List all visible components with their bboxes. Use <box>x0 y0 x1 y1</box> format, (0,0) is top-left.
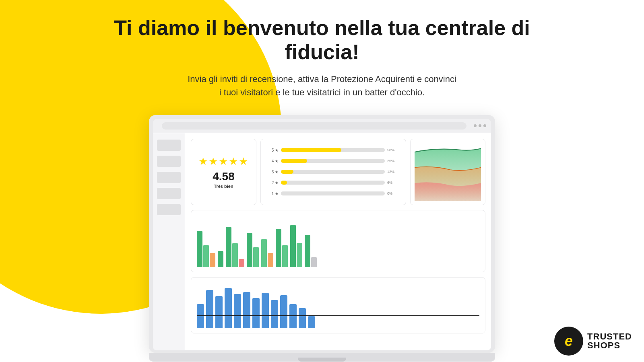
browser-chrome <box>153 119 491 133</box>
page-subheadline: Invia gli inviti di recensione, attiva l… <box>188 72 456 99</box>
sidebar-item-3 <box>157 172 181 183</box>
browser-dots-right <box>474 124 486 127</box>
bar-track <box>281 159 385 163</box>
bar-track <box>281 170 385 174</box>
grouped-bar-item <box>210 253 215 267</box>
grouped-bar-item <box>226 227 231 267</box>
bar-group <box>276 229 288 267</box>
bar-track <box>281 181 385 185</box>
bar-label: 2 ★ <box>267 181 279 185</box>
star-bar-row: 2 ★6% <box>267 181 399 185</box>
top-row: ★★★★★ 4.58 Très bien 5 ★58%4 ★25%3 ★12%2… <box>191 139 485 205</box>
bar-fill <box>281 159 307 163</box>
laptop-screen-outer: ★★★★★ 4.58 Très bien 5 ★58%4 ★25%3 ★12%2… <box>149 115 495 353</box>
grouped-bar-item <box>311 257 317 267</box>
grouped-bar-item <box>290 225 296 267</box>
blue-bar-item <box>243 292 250 328</box>
main-area: ★★★★★ 4.58 Très bien 5 ★58%4 ★25%3 ★12%2… <box>185 133 491 350</box>
blue-bar-item <box>252 298 260 328</box>
bar-fill <box>281 181 287 185</box>
bar-group <box>261 239 273 267</box>
grouped-bar-item <box>239 259 244 267</box>
line-chart-panel <box>410 139 485 205</box>
grouped-bar-item <box>305 235 310 267</box>
bar-group <box>290 225 302 267</box>
bar-track <box>281 148 385 152</box>
line-chart-svg <box>415 143 481 201</box>
bar-label: 5 ★ <box>267 148 279 152</box>
grouped-bar-item <box>203 245 209 267</box>
bar-pct-label: 6% <box>387 181 399 185</box>
grouped-bar-item <box>253 247 259 267</box>
bar-label: 3 ★ <box>267 170 279 174</box>
grouped-bar-item <box>232 243 238 267</box>
grouped-bar-item <box>261 239 267 267</box>
browser-dot-3 <box>483 124 486 127</box>
bar-track <box>281 191 385 195</box>
sidebar <box>153 133 185 350</box>
laptop-notch <box>298 358 346 362</box>
bar-group <box>218 251 223 267</box>
bar-fill <box>281 148 341 152</box>
bar-group <box>305 235 317 267</box>
grouped-bar-chart <box>191 210 485 272</box>
grouped-bar-item <box>247 233 252 267</box>
blue-bar-chart-inner <box>197 282 479 328</box>
browser-addressbar <box>162 122 466 130</box>
blue-bar-item <box>280 295 287 328</box>
bar-label: 1 ★ <box>267 191 279 196</box>
laptop-screen-inner: ★★★★★ 4.58 Très bien 5 ★58%4 ★25%3 ★12%2… <box>153 119 491 350</box>
grouped-bar-item <box>218 251 223 267</box>
sidebar-item-1 <box>157 140 181 151</box>
rating-value: 4.58 <box>213 170 235 183</box>
star-bar-row: 3 ★12% <box>267 170 399 174</box>
sidebar-item-4 <box>157 188 181 199</box>
bar-pct-label: 25% <box>387 159 399 163</box>
blue-bar-item <box>206 290 213 328</box>
star-bar-row: 1 ★0% <box>267 191 399 196</box>
dashboard: ★★★★★ 4.58 Très bien 5 ★58%4 ★25%3 ★12%2… <box>153 133 491 350</box>
bar-group <box>197 231 215 267</box>
blue-bar-item <box>225 288 232 328</box>
blue-bar-item <box>234 294 241 328</box>
bar-pct-label: 0% <box>387 191 399 195</box>
bar-pct-label: 12% <box>387 170 399 174</box>
blue-bar-item <box>308 316 315 328</box>
blue-bar-item <box>299 308 306 328</box>
blue-bar-chart <box>191 277 485 333</box>
browser-dot-2 <box>479 124 481 127</box>
laptop-mockup: ★★★★★ 4.58 Très bien 5 ★58%4 ★25%3 ★12%2… <box>149 115 495 362</box>
laptop-base <box>149 353 495 362</box>
sidebar-item-5 <box>157 204 181 215</box>
grouped-bar-item <box>268 253 273 267</box>
bar-fill <box>281 170 293 174</box>
blue-bar-item <box>262 293 269 328</box>
grouped-bar-item <box>276 229 281 267</box>
sidebar-item-2 <box>157 156 181 167</box>
blue-bar-item <box>215 296 223 328</box>
rating-label: Très bien <box>214 184 233 189</box>
grouped-bar-item <box>297 243 302 267</box>
bar-group <box>226 227 244 267</box>
grouped-bar-item <box>197 231 202 267</box>
rating-panel: ★★★★★ 4.58 Très bien <box>191 139 256 205</box>
page-headline: Ti diamo il benvenuto nella tua centrale… <box>80 16 564 64</box>
star-bar-row: 4 ★25% <box>267 159 399 163</box>
browser-dot-1 <box>474 124 477 127</box>
bar-label: 4 ★ <box>267 159 279 163</box>
star-bars-panel: 5 ★58%4 ★25%3 ★12%2 ★6%1 ★0% <box>260 139 406 205</box>
blue-bar-item <box>289 304 297 328</box>
blue-bar-item <box>197 304 204 328</box>
stars-display: ★★★★★ <box>198 155 249 168</box>
reference-line <box>197 315 479 316</box>
star-bar-row: 5 ★58% <box>267 148 399 152</box>
bar-group <box>247 233 259 267</box>
bar-pct-label: 58% <box>387 148 399 152</box>
content-wrapper: Ti diamo il benvenuto nella tua centrale… <box>0 0 644 362</box>
blue-bar-item <box>271 300 278 328</box>
grouped-bar-item <box>282 245 288 267</box>
